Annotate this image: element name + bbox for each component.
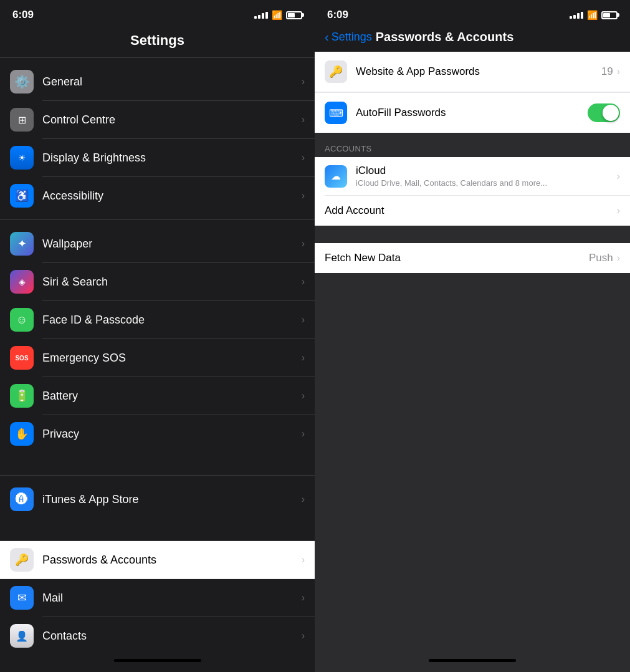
sidebar-item-accessibility[interactable]: ♿ Accessibility ›	[0, 177, 315, 214]
contacts-label: Contacts	[42, 630, 302, 643]
control-centre-label: Control Centre	[42, 113, 302, 127]
icloud-chevron: ›	[617, 171, 620, 182]
contacts-chevron: ›	[302, 630, 305, 641]
faceid-chevron: ›	[302, 314, 305, 325]
back-button[interactable]: ‹ Settings	[325, 30, 372, 44]
signal-icon-right	[570, 12, 583, 19]
faceid-icon: ☺	[10, 308, 34, 332]
status-bar-right: 6:09 📶	[315, 0, 630, 26]
sidebar-item-wallpaper[interactable]: ✦ Wallpaper ›	[0, 225, 315, 262]
fetch-item[interactable]: Fetch New Data Push ›	[315, 243, 630, 273]
icloud-subtitle: iCloud Drive, Mail, Contacts, Calendars …	[356, 178, 617, 188]
fetch-label: Fetch New Data	[325, 252, 589, 264]
autofill-label: AutoFill Passwords	[356, 107, 588, 119]
sidebar-item-privacy[interactable]: ✋ Privacy ›	[0, 415, 315, 453]
home-indicator-left	[114, 659, 201, 662]
itunes-label: iTunes & App Store	[42, 493, 302, 506]
settings-group-1: ⚙️ General › ⊞ Control Centre › ☀ Displa…	[0, 58, 315, 219]
time-right: 6:09	[327, 9, 348, 21]
autofill-item[interactable]: ⌨ AutoFill Passwords	[315, 92, 630, 133]
bottom-spacer-right	[315, 651, 630, 672]
sidebar-item-battery[interactable]: 🔋 Battery ›	[0, 377, 315, 415]
bottom-spacer-left	[0, 651, 315, 672]
autofill-icon: ⌨	[325, 102, 347, 124]
mail-chevron: ›	[302, 592, 305, 603]
right-bottom-fill	[315, 273, 630, 398]
sos-icon: SOS	[10, 346, 34, 370]
accounts-group: ☁ iCloud iCloud Drive, Mail, Contacts, C…	[315, 157, 630, 226]
battery-icon-right	[601, 11, 618, 19]
sidebar-item-faceid[interactable]: ☺ Face ID & Passcode ›	[0, 301, 315, 338]
home-indicator-right	[429, 659, 516, 662]
display-label: Display & Brightness	[42, 151, 302, 165]
fetch-chevron: ›	[617, 252, 620, 264]
siri-label: Siri & Search	[42, 276, 302, 289]
settings-group-4: 🔑 Passwords & Accounts › ✉ Mail › 👤 Cont…	[0, 541, 315, 651]
battery-icon	[286, 11, 302, 19]
control-centre-icon: ⊞	[10, 108, 34, 132]
right-panel: 6:09 📶 ‹ Settings Passwords & Accounts	[315, 0, 630, 672]
sidebar-item-siri[interactable]: ◈ Siri & Search ›	[0, 263, 315, 300]
wallpaper-icon: ✦	[10, 232, 34, 256]
settings-list: ⚙️ General › ⊞ Control Centre › ☀ Displa…	[0, 58, 315, 651]
page-title-left: Settings	[0, 26, 315, 57]
website-passwords-icon: 🔑	[325, 60, 347, 83]
display-chevron: ›	[302, 152, 305, 163]
fetch-section: Fetch New Data Push ›	[315, 243, 630, 273]
itunes-icon: 🅐	[10, 487, 34, 511]
left-panel: 6:09 📶 Settings ⚙️ General ›	[0, 0, 315, 672]
wifi-icon: 📶	[272, 10, 282, 20]
autofill-section: ⌨ AutoFill Passwords	[315, 92, 630, 133]
group-spacer-1	[0, 458, 315, 475]
mail-label: Mail	[42, 592, 302, 605]
privacy-label: Privacy	[42, 428, 302, 441]
general-chevron: ›	[302, 76, 305, 87]
status-icons-right: 📶	[570, 10, 618, 20]
general-label: General	[42, 75, 302, 89]
website-passwords-value: 19	[601, 65, 613, 78]
autofill-toggle[interactable]	[588, 103, 620, 122]
sidebar-item-passwords[interactable]: 🔑 Passwords & Accounts ›	[0, 541, 315, 578]
icloud-icon: ☁	[325, 165, 347, 188]
group-spacer-2	[0, 523, 315, 540]
privacy-icon: ✋	[10, 422, 34, 446]
sos-label: Emergency SOS	[42, 352, 302, 365]
control-centre-chevron: ›	[302, 114, 305, 125]
wifi-icon-right: 📶	[587, 10, 598, 20]
back-chevron-icon: ‹	[325, 30, 329, 44]
display-icon: ☀	[10, 146, 34, 170]
sos-chevron: ›	[302, 352, 305, 363]
signal-icon	[254, 12, 268, 19]
sidebar-item-control-centre[interactable]: ⊞ Control Centre ›	[0, 101, 315, 138]
wallpaper-chevron: ›	[302, 238, 305, 249]
contacts-icon: 👤	[10, 624, 34, 648]
sidebar-item-contacts[interactable]: 👤 Contacts ›	[0, 617, 315, 651]
wallpaper-label: Wallpaper	[42, 238, 302, 251]
back-label: Settings	[332, 31, 372, 44]
add-account-item[interactable]: Add Account ›	[315, 196, 630, 226]
icloud-text: iCloud iCloud Drive, Mail, Contacts, Cal…	[356, 165, 617, 188]
passwords-label: Passwords & Accounts	[42, 554, 302, 567]
mail-icon: ✉	[10, 586, 34, 610]
time-left: 6:09	[12, 9, 34, 21]
siri-icon: ◈	[10, 270, 34, 294]
website-passwords-section: 🔑 Website & App Passwords 19 ›	[315, 52, 630, 92]
website-passwords-label: Website & App Passwords	[356, 65, 601, 78]
accessibility-label: Accessibility	[42, 190, 302, 203]
accounts-header: ACCOUNTS	[315, 133, 630, 157]
icloud-item[interactable]: ☁ iCloud iCloud Drive, Mail, Contacts, C…	[315, 157, 630, 195]
sidebar-item-general[interactable]: ⚙️ General ›	[0, 63, 315, 100]
itunes-chevron: ›	[302, 494, 305, 505]
website-passwords-item[interactable]: 🔑 Website & App Passwords 19 ›	[315, 52, 630, 92]
nav-bar-right: ‹ Settings Passwords & Accounts	[315, 26, 630, 52]
battery-settings-icon: 🔋	[10, 384, 34, 408]
siri-chevron: ›	[302, 276, 305, 287]
add-account-chevron: ›	[617, 205, 620, 216]
sidebar-item-display[interactable]: ☀ Display & Brightness ›	[0, 139, 315, 176]
sidebar-item-sos[interactable]: SOS Emergency SOS ›	[0, 339, 315, 377]
passwords-icon: 🔑	[10, 548, 34, 572]
settings-group-3: 🅐 iTunes & App Store ›	[0, 476, 315, 523]
sidebar-item-mail[interactable]: ✉ Mail ›	[0, 579, 315, 617]
status-bar-left: 6:09 📶	[0, 0, 315, 26]
sidebar-item-itunes[interactable]: 🅐 iTunes & App Store ›	[0, 481, 315, 518]
